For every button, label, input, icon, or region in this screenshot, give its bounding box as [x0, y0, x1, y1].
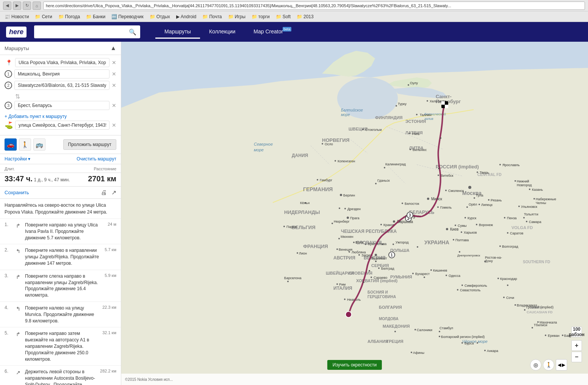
duration-main-value: 33:47 ч. — [5, 174, 33, 183]
home-button[interactable]: ⌂ — [33, 2, 41, 10]
nav-buttons: ◀ ▶ ↻ ⌂ — [3, 2, 41, 10]
distance-label: Расстояние — [94, 167, 116, 171]
map-icons-bar: ◎ 🚶 ◀ ▶ — [530, 359, 567, 371]
svg-text:Саратов: Саратов — [510, 231, 523, 235]
clear-route-link[interactable]: Очистить маршрут — [77, 156, 116, 162]
main-content: Маршруты ▲ 📍 ✕ 1 ✕ 2 — [0, 42, 588, 385]
map-left-button[interactable]: ◀ — [558, 362, 561, 368]
share-button[interactable]: ↗ — [111, 189, 116, 196]
drag-handle-icon[interactable]: ⇅ — [15, 93, 20, 100]
svg-text:Новгород: Новгород — [517, 183, 532, 187]
settings-link[interactable]: Настройки ▾ — [5, 156, 30, 162]
svg-point-129 — [437, 206, 439, 208]
transport-bus-button[interactable]: 🚌 — [33, 138, 45, 151]
svg-text:Вильнюс: Вильнюс — [413, 148, 427, 152]
transport-walk-button[interactable]: 🚶 — [19, 138, 31, 151]
bookmark-pochta[interactable]: 📁 Почта — [200, 13, 224, 20]
svg-text:море: море — [341, 113, 350, 117]
add-waypoint-link[interactable]: + Добавить пункт к маршруту — [5, 112, 116, 121]
remove-start-button[interactable]: ✕ — [112, 60, 116, 66]
waypoint-2-input[interactable] — [14, 81, 109, 90]
svg-point-117 — [466, 206, 468, 208]
refresh-button[interactable]: ↻ — [23, 2, 31, 10]
svg-point-63 — [468, 186, 471, 189]
svg-point-248 — [437, 198, 438, 200]
svg-point-168 — [518, 206, 520, 207]
here-logo[interactable]: here — [6, 27, 27, 38]
svg-text:Курск: Курск — [468, 216, 476, 220]
bookmark-novosti[interactable]: 📰 Новости — [2, 13, 31, 20]
bookmark-torgi[interactable]: 📁 торги — [249, 13, 272, 20]
zoom-in-button[interactable]: + — [571, 340, 582, 351]
remove-destination-button[interactable]: ✕ — [112, 122, 116, 128]
svg-text:Витебск: Витебск — [441, 174, 454, 178]
bookmark-2013[interactable]: 📁 2013 — [294, 13, 316, 20]
svg-text:Грозный (implied): Грозный (implied) — [526, 305, 554, 309]
tab-map-creator[interactable]: Map Creator beta — [244, 25, 292, 39]
svg-text:Прага: Прага — [350, 216, 360, 220]
waypoint-1-input[interactable] — [14, 69, 109, 79]
bookmark-translator[interactable]: 🔤 Переводчик — [109, 13, 146, 20]
explore-surroundings-button[interactable]: Изучить окрестности — [327, 360, 382, 370]
direction-item-5: 5. ↱ Поверните направо затем выезжайте н… — [0, 327, 121, 366]
zoom-out-button[interactable]: − — [571, 352, 582, 362]
bookmark-banki[interactable]: 📁 Банки — [84, 13, 108, 20]
zoom-label-button[interactable]: 100 рабзон — [571, 327, 582, 337]
map-person-button[interactable]: 🚶 — [543, 359, 554, 371]
direction-text-4: Поверните налево на улицу Murvica. Продо… — [25, 305, 99, 324]
tab-collections[interactable]: Коллекции — [200, 25, 245, 39]
bookmark-seti[interactable]: 📁 Сети — [33, 13, 54, 20]
map-container[interactable]: Северное море Балтийское море Ботнически… — [121, 42, 588, 385]
bookmark-android[interactable]: ▶ Android — [174, 13, 199, 20]
svg-text:Нижний: Нижний — [517, 179, 529, 183]
svg-text:СЛОВЕНИЯ: СЛОВЕНИЯ — [349, 271, 372, 275]
forward-button[interactable]: ▶ — [13, 2, 21, 10]
remove-waypoint-1-button[interactable]: ✕ — [112, 71, 116, 77]
direction-num-1: 1. — [5, 222, 11, 227]
waypoint-3-input[interactable] — [14, 101, 109, 110]
sidebar-collapse-button[interactable]: ▲ — [110, 45, 116, 52]
bookmark-pogoda[interactable]: 📁 Погода — [56, 13, 83, 20]
map-circle-button[interactable]: ◎ — [530, 359, 541, 371]
svg-point-147 — [497, 278, 499, 279]
remove-waypoint-2-button[interactable]: ✕ — [112, 82, 116, 88]
svg-text:Белград: Белград — [381, 267, 394, 270]
svg-point-123 — [461, 231, 462, 233]
svg-point-68 — [408, 133, 410, 134]
svg-text:ГЕРЦЕГОВИНА: ГЕРЦЕГОВИНА — [368, 295, 396, 299]
back-button[interactable]: ◀ — [3, 2, 11, 10]
svg-point-229 — [396, 105, 397, 107]
destination-input[interactable] — [15, 121, 109, 130]
remove-waypoint-3-button[interactable]: ✕ — [112, 102, 116, 108]
svg-text:Кёльн: Кёльн — [300, 201, 310, 205]
svg-text:Северное: Северное — [254, 142, 273, 146]
build-route-button[interactable]: Проложить маршрут — [63, 139, 116, 150]
bookmark-soft[interactable]: 📁 Soft — [274, 13, 293, 20]
transport-car-button[interactable]: 🚗 — [5, 138, 17, 151]
save-link[interactable]: Сохранить — [5, 190, 29, 195]
svg-text:Тольятти: Тольятти — [524, 212, 538, 216]
bookmark-igry[interactable]: 📁 Игры — [226, 13, 248, 20]
start-input[interactable] — [15, 58, 109, 67]
tab-routes[interactable]: Маршруты — [155, 25, 200, 39]
svg-text:1: 1 — [391, 253, 393, 257]
svg-point-96 — [332, 223, 333, 224]
svg-point-149 — [503, 297, 505, 298]
waypoint-2-number: 2 — [5, 82, 12, 89]
direction-item-2: 2. ↰ Поверните налево в направлении улиц… — [0, 244, 121, 270]
search-input[interactable] — [38, 29, 126, 35]
svg-text:Гданьск: Гданьск — [377, 179, 390, 182]
direction-arrow-icon-3: ↱ — [14, 273, 22, 281]
duration-sub-value: 1 д., 9 ч., 47 мин. — [34, 177, 70, 182]
map-right-button[interactable]: ▶ — [562, 362, 565, 368]
svg-point-231 — [408, 84, 409, 86]
svg-point-217 — [283, 226, 285, 227]
address-bar[interactable] — [43, 2, 585, 10]
svg-text:Рига: Рига — [412, 132, 419, 136]
search-button[interactable]: 🔍 — [129, 28, 136, 36]
print-button[interactable]: 🖨 — [101, 189, 107, 196]
svg-point-164 — [488, 199, 489, 201]
bookmark-otdyh[interactable]: 📁 Отдых — [147, 13, 172, 20]
svg-text:3: 3 — [409, 213, 411, 217]
svg-text:Рим: Рим — [339, 283, 346, 286]
